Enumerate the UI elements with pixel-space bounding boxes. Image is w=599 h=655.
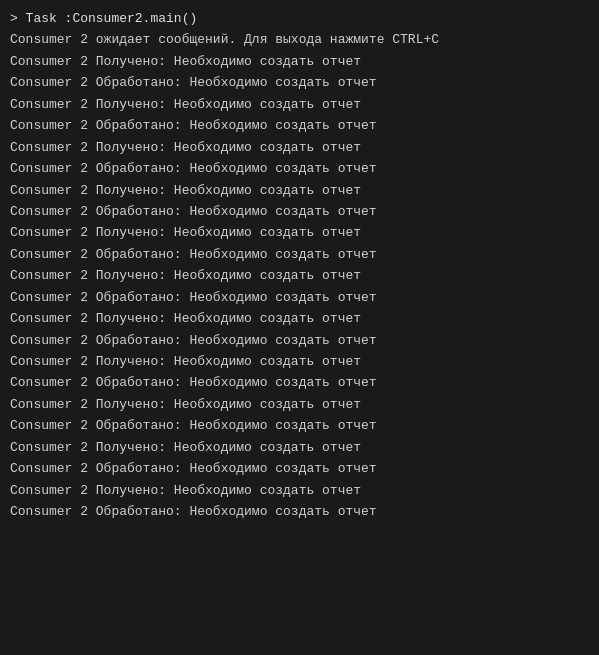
log-line: Consumer 2 Получено: Необходимо создать … xyxy=(10,180,589,201)
log-line: Consumer 2 Получено: Необходимо создать … xyxy=(10,351,589,372)
prompt-text: > Task :Consumer2.main() xyxy=(10,11,197,26)
log-line: Consumer 2 Обработано: Необходимо создат… xyxy=(10,501,589,522)
terminal-window: > Task :Consumer2.main() Consumer 2 ожид… xyxy=(0,0,599,655)
log-line: Consumer 2 Обработано: Необходимо создат… xyxy=(10,372,589,393)
log-line: Consumer 2 Обработано: Необходимо создат… xyxy=(10,330,589,351)
prompt-line: > Task :Consumer2.main() xyxy=(10,8,589,29)
log-line: Consumer 2 Получено: Необходимо создать … xyxy=(10,480,589,501)
log-line: Consumer 2 Обработано: Необходимо создат… xyxy=(10,415,589,436)
log-line: Consumer 2 Получено: Необходимо создать … xyxy=(10,51,589,72)
log-line: Consumer 2 Получено: Необходимо создать … xyxy=(10,265,589,286)
log-line: Consumer 2 Получено: Необходимо создать … xyxy=(10,437,589,458)
log-line: Consumer 2 Обработано: Необходимо создат… xyxy=(10,115,589,136)
log-line: Consumer 2 Обработано: Необходимо создат… xyxy=(10,287,589,308)
log-line: Consumer 2 Обработано: Необходимо создат… xyxy=(10,72,589,93)
log-line: Consumer 2 Получено: Необходимо создать … xyxy=(10,94,589,115)
log-line: Consumer 2 Обработано: Необходимо создат… xyxy=(10,158,589,179)
log-line: Consumer 2 ожидает сообщений. Для выхода… xyxy=(10,29,589,50)
log-line: Consumer 2 Обработано: Необходимо создат… xyxy=(10,244,589,265)
log-container: Consumer 2 ожидает сообщений. Для выхода… xyxy=(10,29,589,522)
log-line: Consumer 2 Получено: Необходимо создать … xyxy=(10,308,589,329)
log-line: Consumer 2 Обработано: Необходимо создат… xyxy=(10,201,589,222)
log-line: Consumer 2 Получено: Необходимо создать … xyxy=(10,137,589,158)
log-line: Consumer 2 Обработано: Необходимо создат… xyxy=(10,458,589,479)
log-line: Consumer 2 Получено: Необходимо создать … xyxy=(10,394,589,415)
log-line: Consumer 2 Получено: Необходимо создать … xyxy=(10,222,589,243)
